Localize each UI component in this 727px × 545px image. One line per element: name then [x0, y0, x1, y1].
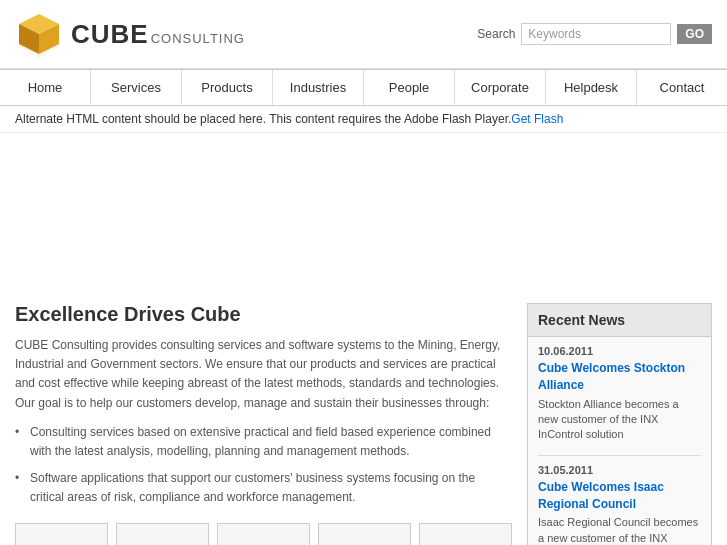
left-content: Excellence Drives Cube CUBE Consulting p…	[15, 303, 527, 545]
news-title-link-2[interactable]: Cube Welcomes Isaac Regional Council	[538, 479, 701, 513]
search-area: Search GO	[477, 23, 712, 45]
bottom-buttons-row	[15, 523, 512, 546]
news-item-1: 10.06.2011 Cube Welcomes Stockton Allian…	[538, 345, 701, 443]
nav-item-contact[interactable]: Contact	[637, 70, 727, 105]
bullet-item-1: Consulting services based on extensive p…	[15, 423, 512, 461]
intro-paragraph: CUBE Consulting provides consulting serv…	[15, 336, 512, 413]
nav-item-helpdesk[interactable]: Helpdesk	[546, 70, 637, 105]
get-flash-link[interactable]: Get Flash	[511, 112, 563, 126]
bottom-btn-2[interactable]	[116, 523, 209, 546]
flash-notice-text: Alternate HTML content should be placed …	[15, 112, 511, 126]
news-title-link-1[interactable]: Cube Welcomes Stockton Alliance	[538, 360, 701, 394]
nav-item-people[interactable]: People	[364, 70, 455, 105]
news-divider	[538, 455, 701, 456]
logo-text: CUBE CONSULTING	[71, 19, 245, 50]
right-sidebar: Recent News 10.06.2011 Cube Welcomes Sto…	[527, 303, 712, 545]
flash-notice: Alternate HTML content should be placed …	[0, 106, 727, 133]
flash-placeholder	[0, 133, 727, 288]
sidebar-title: Recent News	[528, 304, 711, 337]
nav-item-services[interactable]: Services	[91, 70, 182, 105]
bottom-btn-3[interactable]	[217, 523, 310, 546]
search-input[interactable]	[521, 23, 671, 45]
bullet-list: Consulting services based on extensive p…	[15, 423, 512, 508]
bullet-item-2: Software applications that support our c…	[15, 469, 512, 507]
main-heading: Excellence Drives Cube	[15, 303, 512, 326]
nav-item-industries[interactable]: Industries	[273, 70, 364, 105]
search-button[interactable]: GO	[677, 24, 712, 44]
nav-item-corporate[interactable]: Corporate	[455, 70, 546, 105]
header: CUBE CONSULTING Search GO	[0, 0, 727, 69]
sidebar-content[interactable]: 10.06.2011 Cube Welcomes Stockton Allian…	[528, 337, 711, 545]
bottom-btn-5[interactable]	[419, 523, 512, 546]
main-navigation: Home Services Products Industries People…	[0, 69, 727, 106]
bottom-btn-1[interactable]	[15, 523, 108, 546]
nav-item-products[interactable]: Products	[182, 70, 273, 105]
search-label: Search	[477, 27, 515, 41]
nav-item-home[interactable]: Home	[0, 70, 91, 105]
news-date-1: 10.06.2011	[538, 345, 701, 357]
logo-consulting-word: CONSULTING	[151, 31, 245, 46]
news-desc-1: Stockton Alliance becomes a new customer…	[538, 397, 701, 443]
logo-area: CUBE CONSULTING	[15, 10, 245, 58]
news-item-2: 31.05.2011 Cube Welcomes Isaac Regional …	[538, 464, 701, 545]
news-desc-2: Isaac Regional Council becomes a new cus…	[538, 515, 701, 545]
bottom-btn-4[interactable]	[318, 523, 411, 546]
main-content: Excellence Drives Cube CUBE Consulting p…	[0, 288, 727, 545]
cube-logo-icon	[15, 10, 63, 58]
logo-cube-word: CUBE	[71, 19, 149, 50]
news-date-2: 31.05.2011	[538, 464, 701, 476]
